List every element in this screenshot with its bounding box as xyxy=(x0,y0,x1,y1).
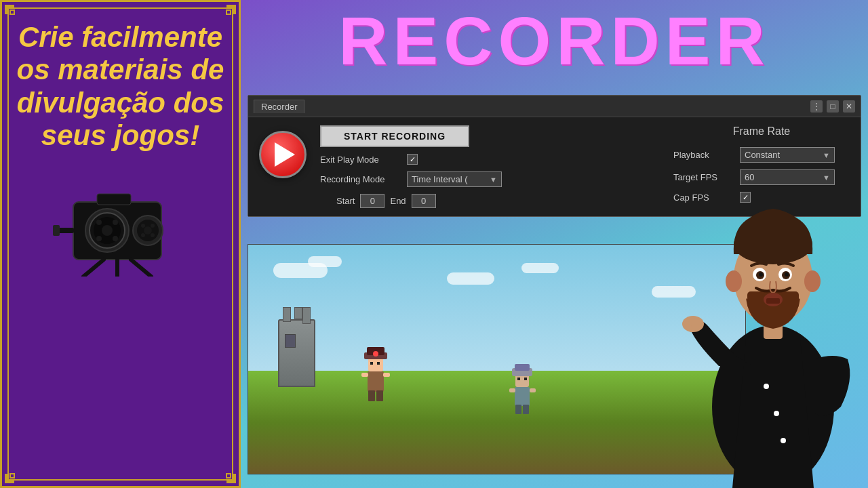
svg-rect-48 xyxy=(515,364,530,371)
recording-mode-dropdown[interactable]: Time Interval ( ▼ xyxy=(407,171,502,187)
svg-point-19 xyxy=(96,236,102,241)
titlebar-close-icon[interactable]: ✕ xyxy=(843,100,855,113)
recording-mode-row: Recording Mode Time Interval ( ▼ xyxy=(320,171,660,187)
recorder-titlebar: Recorder ⋮ □ ✕ xyxy=(248,96,861,117)
svg-rect-33 xyxy=(53,225,60,236)
svg-rect-52 xyxy=(523,405,529,414)
titlebar-controls: ⋮ □ ✕ xyxy=(810,100,855,113)
recording-mode-label: Recording Mode xyxy=(320,174,401,184)
svg-rect-11 xyxy=(226,474,231,478)
svg-rect-7 xyxy=(5,481,14,483)
cloud-2 xyxy=(308,256,342,267)
svg-point-25 xyxy=(151,224,155,228)
svg-point-38 xyxy=(373,351,378,357)
svg-point-74 xyxy=(804,270,821,292)
svg-rect-51 xyxy=(515,405,521,414)
svg-point-26 xyxy=(141,233,145,237)
recorder-tab[interactable]: Recorder xyxy=(254,100,304,113)
titlebar-maximize-icon[interactable]: □ xyxy=(827,100,839,113)
camera-icon xyxy=(53,168,189,279)
exit-play-mode-label: Exit Play Mode xyxy=(320,155,401,165)
presenter-character xyxy=(678,149,868,488)
svg-point-27 xyxy=(151,233,155,237)
svg-rect-10 xyxy=(226,481,236,483)
frame-rate-title: Frame Rate xyxy=(673,125,850,140)
svg-line-29 xyxy=(83,260,104,277)
svg-point-58 xyxy=(781,438,786,443)
svg-point-16 xyxy=(102,225,113,236)
svg-rect-42 xyxy=(376,390,383,401)
play-button-area xyxy=(259,125,307,208)
svg-line-31 xyxy=(131,260,151,277)
svg-rect-49 xyxy=(517,378,520,380)
exit-play-mode-row: Exit Play Mode ✓ xyxy=(320,154,660,165)
cloud-3 xyxy=(447,272,494,285)
svg-rect-45 xyxy=(515,387,530,406)
svg-rect-44 xyxy=(383,373,390,377)
controls-panel: START RECORDING Exit Play Mode ✓ Recordi… xyxy=(320,125,660,208)
titlebar-menu-icon[interactable]: ⋮ xyxy=(810,100,823,113)
end-label: End xyxy=(390,196,406,206)
game-tower xyxy=(278,319,315,387)
cloud-4 xyxy=(521,263,559,273)
svg-rect-28 xyxy=(97,194,131,205)
svg-point-68 xyxy=(785,272,789,277)
recorder-big-title: RECORDER xyxy=(241,0,868,75)
svg-rect-34 xyxy=(368,371,384,392)
svg-rect-40 xyxy=(377,362,380,365)
left-panel-title: Crie facilmente os materiais de divulgaç… xyxy=(16,21,225,152)
svg-point-73 xyxy=(726,270,742,292)
exit-play-mode-checkbox[interactable]: ✓ xyxy=(407,154,418,165)
end-value-field[interactable]: 0 xyxy=(412,194,436,208)
play-triangle-icon xyxy=(275,142,295,167)
svg-rect-4 xyxy=(226,5,236,7)
right-panel: RECORDER Recorder ⋮ □ ✕ START RECORDING xyxy=(241,0,868,488)
svg-rect-2 xyxy=(10,10,14,14)
start-end-row: Start 0 End 0 xyxy=(320,194,660,208)
recording-mode-value: Time Interval ( xyxy=(412,174,468,184)
svg-rect-70 xyxy=(766,298,780,304)
svg-rect-39 xyxy=(370,362,373,365)
svg-rect-41 xyxy=(368,390,375,401)
start-recording-button[interactable]: START RECORDING xyxy=(320,125,469,147)
svg-point-24 xyxy=(141,224,145,228)
game-character-2 xyxy=(507,361,540,419)
svg-rect-1 xyxy=(5,5,14,7)
svg-rect-50 xyxy=(524,378,527,380)
start-value-field[interactable]: 0 xyxy=(360,194,384,208)
corner-decoration-br xyxy=(217,464,236,483)
game-scene xyxy=(248,244,746,474)
left-panel: Crie facilmente os materiais de divulgaç… xyxy=(0,0,241,488)
corner-decoration-bl xyxy=(5,464,24,483)
svg-point-23 xyxy=(144,226,152,235)
svg-point-18 xyxy=(113,220,118,225)
game-ground xyxy=(248,371,745,474)
recording-mode-arrow: ▼ xyxy=(490,176,497,184)
svg-rect-43 xyxy=(361,373,368,377)
svg-rect-5 xyxy=(226,10,231,14)
svg-rect-53 xyxy=(509,388,515,392)
svg-rect-54 xyxy=(530,388,536,392)
svg-point-56 xyxy=(764,384,769,389)
svg-point-57 xyxy=(774,411,779,416)
svg-point-67 xyxy=(759,272,763,277)
game-character-1 xyxy=(357,344,395,405)
start-label: Start xyxy=(336,196,355,206)
svg-point-20 xyxy=(113,236,118,241)
play-button[interactable] xyxy=(259,131,307,178)
svg-point-17 xyxy=(96,220,102,225)
svg-rect-8 xyxy=(10,474,14,478)
